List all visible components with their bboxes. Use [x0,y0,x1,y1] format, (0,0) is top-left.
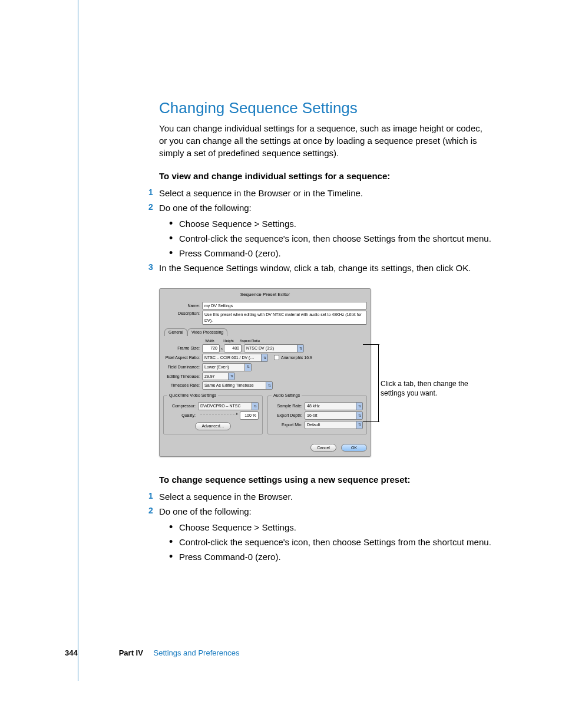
qt-fieldset-title: QuickTime Video Settings [167,393,218,398]
par-select[interactable]: NTSC – CCIR 601 / DV (…⇅ [202,354,268,362]
task1-title: To view and change individual settings f… [159,170,492,182]
editing-timebase-select[interactable]: 29.97⇅ [202,373,235,381]
task2-sub-c: Press Command-0 (zero). [171,551,492,563]
task2-step2: 2Do one of the following: Choose Sequenc… [159,505,492,563]
task2-sub-a: Choose Sequence > Settings. [171,521,492,533]
timecode-rate-label: Timecode Rate: [163,383,200,388]
par-label: Pixel Aspect Ratio: [163,355,200,361]
step-text: Do one of the following: [159,506,252,516]
step-text: In the Sequence Settings window, click a… [159,263,471,273]
page-heading: Changing Sequence Settings [159,97,492,118]
stepper-icon: ⇅ [356,421,362,429]
stepper-icon: ⇅ [266,382,272,389]
stepper-icon: ⇅ [228,373,234,380]
field-dominance-select[interactable]: Lower (Even)⇅ [202,363,252,371]
stepper-icon: ⇅ [261,354,267,361]
cancel-button[interactable]: Cancel [310,444,336,452]
stepper-icon: ⇅ [297,345,303,352]
aspect-header: Aspect Ratio [240,338,269,343]
stepper-icon: ⇅ [356,403,362,410]
export-mix-label: Export Mix: [272,422,302,428]
checkbox-icon [274,355,279,360]
task1-step2: 2Do one of the following: Choose Sequenc… [159,202,492,259]
task1-step1: 1Select a sequence in the Browser or in … [159,187,492,199]
dialog-title: Sequence Preset Editor [163,291,367,298]
ok-button[interactable]: OK [341,444,367,452]
quality-label: Quality: [167,413,196,419]
x-separator: x [221,346,223,351]
field-dominance-label: Field Dominance: [163,364,200,370]
audio-settings-fieldset: Audio Settings Sample Rate: 48 kHz⇅ Expo… [267,396,367,434]
part-label: Part IV [119,648,143,657]
compressor-label: Compressor: [167,403,196,409]
intro-paragraph: You can change individual settings for a… [159,122,492,159]
step-text: Select a sequence in the Browser or in t… [159,188,363,198]
task2-sub-b: Control-click the sequence's icon, then … [171,536,492,548]
description-input[interactable]: Use this preset when editing with DV NTS… [202,311,367,325]
quicktime-video-fieldset: QuickTime Video Settings Compressor: DV/… [163,396,263,434]
sample-rate-select[interactable]: 48 kHz⇅ [305,402,363,410]
task1-step3: 3In the Sequence Settings window, click … [159,262,492,274]
task1-sub-b: Control-click the sequence's icon, then … [171,232,492,245]
frame-size-label: Frame Size: [163,345,200,351]
page-number: 344 [65,648,78,658]
task2-title: To change sequence settings using a new … [159,473,492,486]
task1-sub-c: Press Command-0 (zero). [171,247,492,259]
quality-value[interactable]: 100 % [240,411,259,420]
section-label: Settings and Preferences [154,648,240,657]
timecode-rate-select[interactable]: Same As Editing Timebase⇅ [202,381,273,390]
tab-general[interactable]: General [164,328,187,336]
export-mix-select[interactable]: Default⇅ [305,421,363,429]
page-footer: 344 Part IV Settings and Preferences [65,648,240,658]
export-depth-select[interactable]: 16-bit⇅ [305,411,363,420]
callout-line [378,344,379,422]
height-header: Height [221,338,236,343]
aspect-select[interactable]: NTSC DV (3:2)⇅ [244,344,304,353]
editing-timebase-label: Editing Timebase: [163,374,200,380]
anamorphic-checkbox[interactable]: Anamorphic 16:9 [274,355,312,361]
sample-rate-label: Sample Rate: [272,403,302,409]
export-depth-label: Export Depth: [272,413,302,419]
callout-text: Click a tab, then change the settings yo… [381,380,481,398]
dialog-figure: Sequence Preset Editor Name: my DV Setti… [159,288,489,457]
tab-video-processing[interactable]: Video Processing [187,328,227,336]
callout-line [363,421,379,422]
description-label: Description: [163,311,200,317]
frame-height-input[interactable]: 480 [224,344,242,353]
callout-line [363,344,379,345]
quality-slider[interactable] [200,414,237,417]
advanced-button[interactable]: Advanced… [195,422,230,430]
frame-width-input[interactable]: 720 [202,344,220,353]
task2-step1: 1Select a sequence in the Browser. [159,490,492,503]
width-header: Width [202,338,217,343]
task1-sub-a: Choose Sequence > Settings. [171,218,492,230]
name-label: Name: [163,303,200,309]
compressor-select[interactable]: DV/DVCPRO – NTSC⇅ [198,402,259,410]
sequence-preset-editor-dialog: Sequence Preset Editor Name: my DV Setti… [159,288,371,457]
step-text: Do one of the following: [159,203,252,213]
stepper-icon: ⇅ [356,412,362,419]
step-text: Select a sequence in the Browser. [159,492,293,502]
stepper-icon: ⇅ [252,403,258,410]
audio-fieldset-title: Audio Settings [272,393,302,398]
name-input[interactable]: my DV Settings [202,302,367,310]
margin-rule [78,0,78,681]
stepper-icon: ⇅ [244,364,251,371]
